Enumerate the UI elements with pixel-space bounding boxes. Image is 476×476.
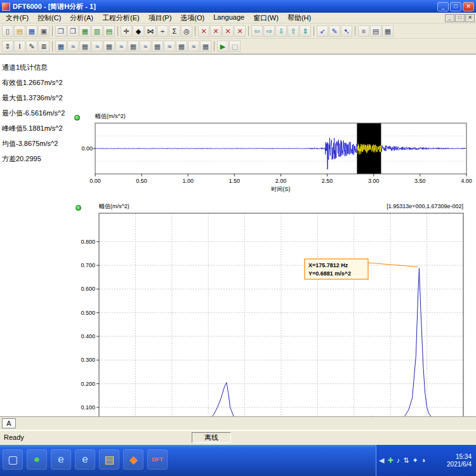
menu-item-6[interactable]: 选项(O)	[176, 13, 209, 23]
time-xtick-label: 2.00	[275, 178, 287, 184]
time-chart-svg[interactable]: 幅值(m/s^2)0.000.000.501.001.502.002.503.0…	[71, 109, 476, 194]
split-horizontal-icon[interactable]: ▥	[91, 25, 103, 37]
show-desktop-icon[interactable]: ▢	[3, 449, 23, 470]
ie-browser-icon[interactable]: e	[51, 449, 71, 470]
folder-icon[interactable]: ▤	[99, 449, 119, 470]
report-view-icon[interactable]: ▤	[370, 25, 381, 37]
divide-view-icon[interactable]: ÷	[157, 25, 168, 37]
close-button[interactable]: ✕	[463, 2, 474, 11]
mdi-minimize-button[interactable]: _	[445, 14, 454, 22]
diamond-marker-icon[interactable]: ◆	[133, 25, 144, 37]
split-vertical-icon[interactable]: ▤	[103, 25, 115, 37]
toolbar-row-1: ▯▤▦▣❐❒▦▥▤✛◆⋈÷Σ◎✕✕✕✕⇦⇨⇩⇧⇕➶✎➷≡▤▦	[0, 23, 476, 39]
analysis-func-7-icon[interactable]: ▦	[128, 41, 139, 52]
menu-item-1[interactable]: 文件(F)	[1, 13, 33, 23]
copy-icon[interactable]: ❐	[55, 25, 67, 37]
minimize-button[interactable]: _	[437, 2, 449, 11]
pan-down-icon[interactable]: ⇩	[275, 25, 287, 37]
tray-volume-icon[interactable]: ♪	[397, 456, 400, 465]
double-cursor-icon[interactable]: ⋈	[145, 25, 156, 37]
peak-annotation-y-value: Y=0.6881 m/s^2	[308, 270, 351, 277]
analysis-func-3-icon[interactable]: ▦	[79, 41, 91, 52]
zoom-out-curve-icon[interactable]: ➷	[341, 25, 352, 37]
circle-marker-icon[interactable]: ◎	[181, 25, 192, 37]
open-folder-icon[interactable]: ▤	[14, 25, 25, 37]
dft-app-icon[interactable]: DFT	[147, 449, 168, 470]
annotate-pen-icon[interactable]: ✎	[26, 41, 37, 52]
stat-line-1: 有效值1.2667m/s^2	[2, 75, 71, 90]
analysis-func-6-icon[interactable]: ≈	[116, 41, 127, 52]
new-file-icon[interactable]: ▯	[2, 25, 13, 37]
mdi-restore-button[interactable]: □	[455, 14, 465, 22]
tray-shield-icon[interactable]: ✚	[387, 456, 393, 465]
menu-item-7[interactable]: Language	[209, 13, 249, 23]
window-controls: _ □ ✕	[437, 2, 474, 11]
scale-adjust-icon[interactable]: ⇕	[2, 41, 13, 52]
menu-item-8[interactable]: 窗口(W)	[249, 13, 283, 23]
document-tab-bar: A	[0, 416, 476, 430]
stop-analysis-icon[interactable]: ▢	[229, 41, 241, 52]
analysis-func-11-icon[interactable]: ▦	[176, 41, 187, 52]
clear-cursor-icon[interactable]: ✕	[198, 25, 209, 37]
sum-icon[interactable]: Σ	[169, 25, 180, 37]
pan-left-icon[interactable]: ⇦	[251, 25, 263, 37]
analysis-func-1-icon[interactable]: ▦	[55, 41, 67, 52]
time-xtick-label: 2.50	[322, 178, 333, 184]
menu-item-2[interactable]: 控制(C)	[33, 13, 65, 23]
maximize-button[interactable]: □	[450, 2, 461, 11]
time-xtick-label: 1.00	[182, 178, 194, 184]
green-app-icon[interactable]: ●	[27, 449, 47, 470]
orange-app-icon[interactable]: ◆	[123, 449, 143, 470]
time-xtick-label: 3.00	[368, 178, 380, 184]
edit-pen-icon[interactable]: ✎	[329, 25, 340, 37]
mdi-close-button[interactable]: ✕	[465, 14, 475, 22]
title-bar[interactable]: DFT6000 - [简谐H分析 - 1] _ □ ✕	[0, 0, 476, 13]
ie-browser-2-icon[interactable]: e	[75, 449, 95, 470]
run-analysis-icon[interactable]: ▶	[217, 41, 228, 52]
clear-wave-icon[interactable]: ✕	[222, 25, 234, 37]
analysis-func-8-icon[interactable]: ≈	[140, 41, 151, 52]
tile-windows-icon[interactable]: ▦	[79, 25, 91, 37]
analysis-func-9-icon[interactable]: ▦	[152, 41, 163, 52]
fit-vertical-icon[interactable]: ⇕	[300, 25, 311, 37]
grid-view-icon[interactable]: ▦	[382, 25, 393, 37]
analysis-func-2-icon[interactable]: ≈	[67, 41, 79, 52]
pan-right-icon[interactable]: ⇨	[263, 25, 275, 37]
tray-clock-icon[interactable]: ◑	[421, 456, 426, 465]
pan-up-icon[interactable]: ⇧	[288, 25, 299, 37]
toolbar-separator	[117, 26, 118, 36]
tab-a[interactable]: A	[2, 418, 16, 428]
analysis-func-4-icon[interactable]: ≈	[91, 41, 103, 52]
spectrum-ytick-label: 0.100	[81, 404, 95, 411]
print-icon[interactable]: ▣	[38, 25, 50, 37]
zoom-in-curve-icon[interactable]: ➶	[317, 25, 328, 37]
cross-cursor-icon[interactable]: ✛	[121, 25, 132, 37]
analysis-func-13-icon[interactable]: ▦	[200, 41, 211, 52]
duplicate-icon[interactable]: ❒	[67, 25, 79, 37]
spectrum-ytick-label: 0.300	[81, 357, 95, 363]
toolbar-separator	[52, 26, 53, 36]
stat-line-6: 方差20.2995	[2, 151, 71, 166]
clear-all-icon[interactable]: ✕	[234, 25, 246, 37]
tray-collapse-icon[interactable]: ◀	[379, 456, 384, 465]
analysis-func-12-icon[interactable]: ≈	[188, 41, 199, 52]
time-trace-pre	[95, 138, 357, 169]
menu-item-9[interactable]: 帮助(H)	[283, 13, 315, 23]
menu-item-5[interactable]: 项目(P)	[144, 13, 176, 23]
text-cursor-icon[interactable]: I	[14, 41, 25, 52]
toolbar-separator	[314, 26, 314, 36]
param-list-icon[interactable]: ≣	[38, 41, 50, 52]
clear-marker-icon[interactable]: ✕	[210, 25, 221, 37]
time-xtick-label: 3.50	[414, 178, 426, 184]
window-title: DFT6000 - [简谐H分析 - 1]	[13, 2, 437, 11]
analysis-func-10-icon[interactable]: ≈	[164, 41, 175, 52]
toolbar-separator	[248, 26, 249, 36]
list-view-icon[interactable]: ≡	[358, 25, 369, 37]
spectrum-ytick-label: 0.400	[81, 333, 95, 340]
save-icon[interactable]: ▦	[26, 25, 37, 37]
analysis-func-5-icon[interactable]: ▦	[103, 41, 115, 52]
menu-item-3[interactable]: 分析(A)	[65, 13, 98, 23]
tray-network-icon[interactable]: ⇅	[403, 456, 409, 465]
menu-item-4[interactable]: 工程分析(E)	[98, 13, 144, 23]
tray-device-icon[interactable]: ✦	[412, 456, 418, 465]
